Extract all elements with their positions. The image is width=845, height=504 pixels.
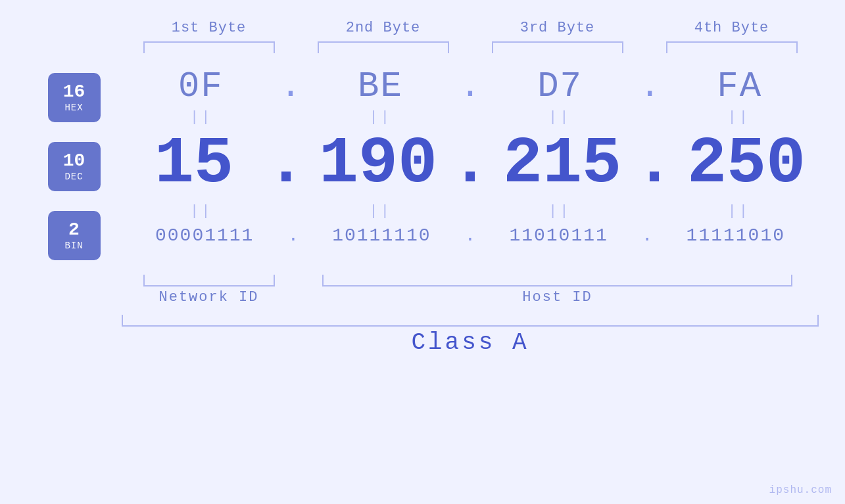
net-bracket: [143, 275, 275, 286]
bin-byte-3: 11010111: [475, 225, 641, 246]
eq-2: ||: [301, 109, 461, 126]
eq2-4: ||: [660, 203, 819, 219]
badge-dec-label: DEC: [64, 172, 83, 182]
badges-column: 16 HEX 10 DEC 2 BIN: [26, 60, 122, 273]
values-area: 0F . BE . D7 . FA || || || || 15: [122, 60, 819, 273]
top-bracket-cell-3: [470, 41, 644, 53]
net-bracket-cell: [122, 275, 296, 286]
dot-bin-1: .: [287, 225, 299, 246]
badge-dec-number: 10: [63, 151, 85, 172]
badge-hex: 16 HEX: [48, 73, 101, 122]
top-bracket-4: [666, 41, 798, 53]
class-bracket-row: [26, 315, 819, 327]
hex-byte-4: FA: [660, 66, 819, 106]
eq2-1: ||: [122, 203, 281, 219]
bottom-bracket-row: [26, 275, 819, 286]
bin-byte-4: 11111010: [653, 225, 819, 246]
top-bracket-1: [143, 41, 275, 53]
eq-1: ||: [122, 109, 281, 126]
id-labels-row: Network ID Host ID: [26, 289, 819, 306]
dot-bin-3: .: [642, 225, 653, 246]
eq-4: ||: [660, 109, 819, 126]
top-bracket-3: [492, 41, 623, 53]
badge-hex-number: 16: [63, 82, 85, 103]
hex-byte-2: BE: [301, 66, 460, 106]
network-id-label: Network ID: [122, 289, 296, 306]
byte-headers-row: 1st Byte 2nd Byte 3rd Byte 4th Byte: [26, 20, 819, 36]
equals-row-2: || || || ||: [122, 200, 819, 222]
top-bracket-cell-1: [122, 41, 296, 53]
hex-byte-1: 0F: [122, 66, 280, 106]
main-values-area: 16 HEX 10 DEC 2 BIN 0F . BE . D7 . FA: [26, 60, 819, 273]
dec-byte-4: 250: [674, 131, 819, 197]
dot-hex-1: .: [280, 69, 301, 104]
hex-row: 0F . BE . D7 . FA: [122, 60, 819, 106]
badge-bin-label: BIN: [64, 241, 83, 251]
dec-row: 15 . 190 . 215 . 250: [122, 128, 819, 200]
badge-dec: 10 DEC: [48, 142, 101, 191]
top-bracket-2: [318, 41, 449, 53]
top-bracket-cell-4: [644, 41, 819, 53]
badge-hex-label: HEX: [64, 103, 83, 113]
dot-hex-3: .: [639, 69, 660, 104]
eq-3: ||: [480, 109, 640, 126]
class-bracket: [122, 315, 819, 327]
byte-header-2: 2nd Byte: [296, 20, 470, 36]
badge-bin-number: 2: [68, 220, 80, 241]
dec-byte-1: 15: [122, 131, 266, 197]
host-bracket-cell: [296, 275, 819, 286]
eq2-3: ||: [480, 203, 640, 219]
bin-row: 00001111 . 10111110 . 11010111 . 1111101…: [122, 222, 819, 249]
dot-dec-2: .: [450, 131, 490, 197]
dot-hex-2: .: [460, 69, 481, 104]
top-brackets-row: [26, 41, 819, 53]
dec-byte-2: 190: [306, 131, 450, 197]
bin-byte-2: 10111110: [299, 225, 464, 246]
class-label: Class A: [122, 329, 819, 356]
host-id-label: Host ID: [296, 289, 819, 306]
hex-byte-3: D7: [481, 66, 639, 106]
host-bracket: [322, 275, 793, 286]
class-label-row: Class A: [26, 329, 819, 356]
dot-bin-2: .: [465, 225, 476, 246]
eq2-2: ||: [301, 203, 461, 219]
dec-byte-3: 215: [490, 131, 635, 197]
dot-dec-3: .: [635, 131, 674, 197]
watermark: ipshu.com: [769, 484, 832, 496]
badge-bin: 2 BIN: [48, 211, 101, 260]
equals-row-1: || || || ||: [122, 106, 819, 128]
byte-header-3: 3rd Byte: [470, 20, 644, 36]
byte-header-1: 1st Byte: [122, 20, 296, 36]
top-bracket-cell-2: [296, 41, 470, 53]
dot-dec-1: .: [266, 131, 306, 197]
byte-header-4: 4th Byte: [644, 20, 819, 36]
main-container: 1st Byte 2nd Byte 3rd Byte 4th Byte 16 H…: [0, 0, 845, 504]
bin-byte-1: 00001111: [122, 225, 287, 246]
